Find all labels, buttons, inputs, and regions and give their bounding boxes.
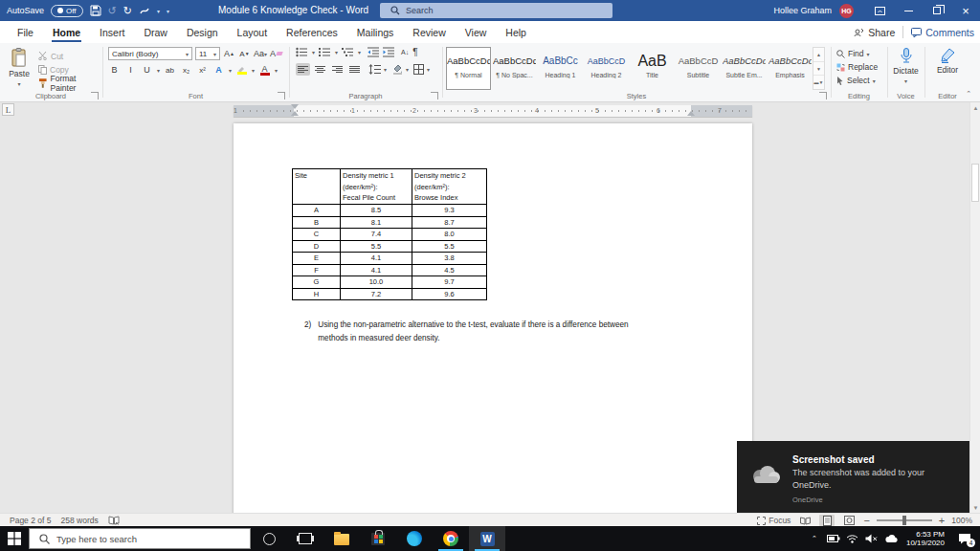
web-layout-button[interactable]: [841, 515, 857, 526]
undo-icon[interactable]: ↺: [108, 5, 117, 16]
cell-site[interactable]: H: [293, 288, 341, 300]
font-size-select[interactable]: 11▾: [195, 47, 220, 60]
shading-dropdown-icon[interactable]: ▾: [406, 66, 409, 73]
paragraph-dialog-launcher[interactable]: [431, 92, 438, 99]
ribbon-tab[interactable]: Review: [403, 23, 455, 42]
editor-button[interactable]: Editor: [930, 43, 965, 97]
paste-button[interactable]: Paste ▾: [3, 43, 35, 97]
find-button[interactable]: Find▾: [832, 47, 886, 60]
header-metric2[interactable]: Density metric 2 (deer/km²): Browse Inde…: [412, 169, 487, 205]
ribbon-tab[interactable]: Insert: [90, 23, 134, 42]
cell-metric2[interactable]: 5.5: [412, 240, 487, 253]
collapse-ribbon-icon[interactable]: ⌃: [966, 90, 971, 98]
proofing-icon[interactable]: [108, 516, 120, 525]
dictate-button[interactable]: Dictate ▾: [889, 43, 924, 97]
bullets-button[interactable]: [296, 47, 308, 57]
tab-stop-selector[interactable]: L: [2, 103, 14, 116]
onedrive-notification[interactable]: Screenshot saved The screenshot was adde…: [737, 441, 969, 513]
cell-metric2[interactable]: 9.6: [412, 288, 487, 300]
start-button[interactable]: [0, 526, 29, 551]
cell-site[interactable]: F: [293, 264, 341, 276]
hidden-icons-chevron[interactable]: ⌃: [808, 535, 821, 542]
cut-button[interactable]: Cut: [38, 50, 101, 62]
font-name-select[interactable]: Calibri (Body)▾: [108, 47, 192, 60]
share-button[interactable]: Share: [854, 27, 895, 38]
first-line-indent-marker[interactable]: [291, 104, 299, 109]
focus-button[interactable]: Focus: [757, 516, 791, 525]
style-tile[interactable]: AaBbCcDd ¶ Normal: [446, 47, 491, 90]
style-tile[interactable]: AaB Title: [630, 47, 675, 90]
multilevel-dropdown-icon[interactable]: ▾: [358, 49, 361, 55]
right-indent-marker[interactable]: [687, 111, 695, 116]
ribbon-tab[interactable]: Design: [177, 23, 228, 42]
font-dialog-launcher[interactable]: [278, 92, 285, 99]
subscript-button[interactable]: x₂: [180, 63, 192, 77]
ribbon-tab[interactable]: View: [456, 23, 497, 42]
action-center-button[interactable]: 4: [953, 533, 976, 544]
ink-pen-icon[interactable]: [139, 6, 150, 16]
read-mode-button[interactable]: [797, 515, 813, 526]
file-explorer-button[interactable]: [323, 526, 360, 551]
cell-site[interactable]: C: [293, 229, 341, 241]
bullets-dropdown-icon[interactable]: ▾: [312, 49, 315, 55]
increase-indent-button[interactable]: [383, 47, 394, 57]
decrease-indent-button[interactable]: [368, 47, 379, 57]
taskbar-search-box[interactable]: Type here to search: [29, 528, 251, 549]
styles-expand-icon[interactable]: ▬▼: [813, 76, 824, 89]
numbering-dropdown-icon[interactable]: ▾: [335, 49, 338, 55]
page-indicator[interactable]: Page 2 of 5: [10, 516, 51, 525]
align-left-button[interactable]: [296, 63, 310, 76]
cell-metric1[interactable]: 4.1: [341, 253, 412, 265]
change-case-button[interactable]: Aa▾: [254, 47, 267, 60]
style-tile[interactable]: AaBbCc Heading 1: [538, 47, 583, 90]
zoom-out-button[interactable]: −: [863, 515, 869, 526]
chrome-button[interactable]: [433, 526, 469, 551]
cell-metric1[interactable]: 7.2: [341, 288, 412, 300]
style-tile[interactable]: AaBbCcDd ¶ No Spac...: [492, 47, 537, 90]
save-icon[interactable]: [90, 5, 101, 16]
highlight-button[interactable]: [235, 63, 248, 77]
cell-metric2[interactable]: 8.0: [412, 229, 487, 241]
text-effects-dropdown-icon[interactable]: ▾: [229, 67, 232, 74]
zoom-slider[interactable]: [877, 519, 932, 521]
zoom-in-button[interactable]: +: [939, 515, 945, 526]
font-color-button[interactable]: A: [258, 63, 271, 77]
align-center-button[interactable]: [313, 63, 327, 76]
clipboard-dialog-launcher[interactable]: [91, 92, 99, 99]
restore-button[interactable]: [923, 0, 951, 21]
align-right-button[interactable]: [330, 63, 345, 76]
close-button[interactable]: ×: [951, 0, 980, 21]
show-marks-button[interactable]: ¶: [412, 47, 417, 57]
multilevel-list-button[interactable]: [342, 47, 354, 57]
edge-button[interactable]: [396, 526, 433, 551]
search-box[interactable]: Search: [380, 3, 612, 18]
zoom-level[interactable]: 100%: [951, 516, 972, 525]
style-tile[interactable]: AaBbCcD Subtitle: [676, 47, 721, 90]
scrollbar-thumb[interactable]: [971, 164, 979, 202]
text-effects-button[interactable]: A: [212, 63, 225, 77]
taskbar-clock[interactable]: 6:53 PM 10/19/2020: [906, 530, 945, 547]
ribbon-tab[interactable]: Mailings: [347, 23, 404, 42]
ribbon-tab[interactable]: References: [277, 23, 347, 42]
font-color-dropdown-icon[interactable]: ▾: [275, 67, 278, 74]
ink-dropdown-icon[interactable]: ▾: [157, 8, 160, 14]
zoom-slider-thumb[interactable]: [902, 516, 906, 525]
document-page[interactable]: Site Density metric 1 (deer/km²): Fecal …: [234, 123, 752, 513]
cell-metric1[interactable]: 10.0: [341, 276, 412, 289]
microsoft-store-button[interactable]: [360, 526, 396, 551]
highlight-dropdown-icon[interactable]: ▾: [252, 67, 255, 74]
redo-icon[interactable]: ↻: [123, 5, 132, 16]
cell-metric1[interactable]: 8.1: [341, 216, 412, 229]
comments-button[interactable]: Comments: [911, 27, 974, 38]
style-tile[interactable]: AaBbCcDd Subtle Em...: [722, 47, 767, 90]
cell-metric2[interactable]: 9.3: [412, 205, 487, 217]
header-site[interactable]: Site: [293, 169, 341, 205]
cell-metric1[interactable]: 4.1: [341, 264, 412, 276]
scroll-up-icon[interactable]: ▲: [970, 102, 980, 113]
ribbon-tab[interactable]: Home: [43, 23, 90, 42]
cell-metric1[interactable]: 7.4: [341, 229, 412, 241]
shrink-font-button[interactable]: A▼: [238, 47, 251, 60]
borders-dropdown-icon[interactable]: ▾: [427, 66, 430, 73]
wifi-icon[interactable]: [846, 534, 859, 543]
clear-formatting-button[interactable]: A: [270, 47, 282, 60]
